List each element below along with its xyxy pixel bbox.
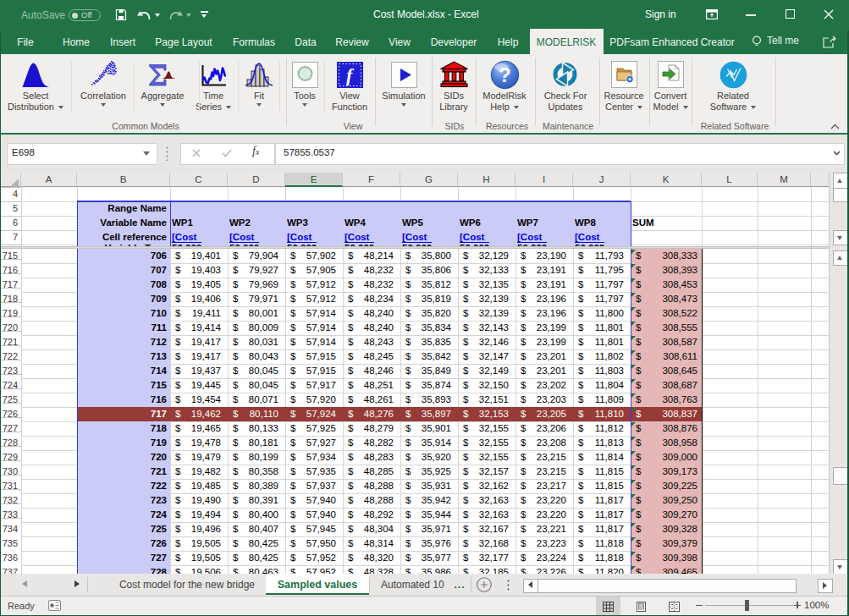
svg-text:?: ? (499, 63, 511, 86)
